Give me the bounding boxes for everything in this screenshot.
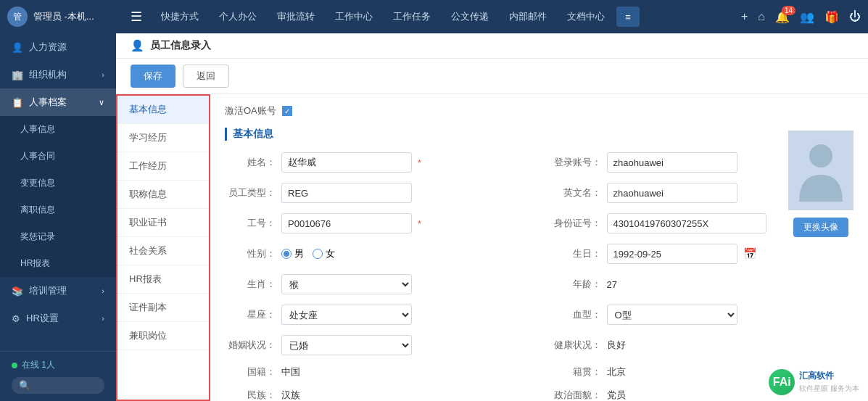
menu-toggle-icon[interactable]: ☰ [123,4,149,30]
emp-type-field[interactable] [281,183,412,203]
search-icon: 🔍 [19,380,30,391]
gift-icon[interactable]: 🎁 [824,10,839,24]
submenu-item-education[interactable]: 学习经历 [117,124,209,152]
political-label: 政治面貌： [550,389,601,401]
back-button[interactable]: 返回 [183,65,229,88]
nav-user-info: 管 管理员 -本机... [7,7,123,27]
name-label: 姓名： [225,156,276,169]
marital-select[interactable]: 已婚 [281,335,412,355]
nav-item-approval[interactable]: 审批流转 [268,6,323,28]
sidebar-item-hr-report[interactable]: HR报表 [0,250,116,277]
nav-item-worktask[interactable]: 工作任务 [384,6,439,28]
sidebar-search[interactable]: 🔍 [12,377,104,394]
nav-more-button[interactable]: ≡ [616,7,640,27]
nav-item-docflow[interactable]: 公文传递 [442,6,497,28]
blood-select[interactable]: O型 [607,305,737,325]
id-card-label: 身份证号： [550,217,601,230]
online-dot-icon [12,363,17,368]
sidebar-item-resign[interactable]: 离职信息 [0,197,116,223]
zodiac-select[interactable]: 猴 [281,274,412,294]
nav-right-icons: + ⌂ 🔔 14 👥 🎁 ⏻ [741,10,861,24]
submenu-item-work-exp[interactable]: 工作经历 [117,152,209,181]
emp-no-required: * [418,218,421,229]
nav-item-personal[interactable]: 个人办公 [210,6,265,28]
online-status: 在线 1人 [12,359,104,371]
calendar-icon[interactable]: 📅 [743,247,757,260]
gender-female-option[interactable]: 女 [313,247,335,260]
sidebar-item-personnel[interactable]: 📋 人事档案 ∨ [0,88,116,116]
submenu-item-hr-report[interactable]: HR报表 [117,265,209,294]
marital-label: 婚姻状况： [225,339,276,352]
login-field[interactable] [607,152,737,173]
en-name-field[interactable] [607,183,737,203]
sidebar-item-contract[interactable]: 人事合同 [0,143,116,170]
nav-item-workcenter[interactable]: 工作中心 [326,6,381,28]
ethnicity-label: 民族： [225,389,276,401]
change-avatar-button[interactable]: 更换头像 [793,218,848,237]
gender-label: 性别： [225,247,276,260]
svg-point-0 [809,144,832,168]
submenu-item-id-copy[interactable]: 证件副本 [117,294,209,322]
sidebar-item-training[interactable]: 📚 培训管理 › [0,277,116,305]
sidebar-item-personnel-info[interactable]: 人事信息 [0,116,116,143]
star-row: 星座： 处女座 [225,305,529,325]
avatar-silhouette [795,140,846,202]
avatar-section: 更换头像 [788,131,853,237]
save-button[interactable]: 保存 [131,65,175,88]
submenu-item-part-time[interactable]: 兼职岗位 [117,322,209,350]
sidebar-sub-menu: 人事信息 人事合同 变更信息 离职信息 奖惩记录 HR报表 [0,116,116,277]
activate-row: 激活OA账号 ✓ [225,104,853,117]
home-icon[interactable]: ⌂ [758,10,765,23]
nav-item-docs[interactable]: 文档中心 [558,6,613,28]
gender-male-radio[interactable] [281,249,292,259]
form-content: 激活OA账号 ✓ 基本信息 姓名： * 登录账号： [210,94,868,401]
birthday-field[interactable] [607,244,737,264]
blood-label: 血型： [550,308,601,321]
nation-value: 中国 [281,365,529,379]
en-name-label: 英文名： [550,186,601,199]
sidebar-item-rewards[interactable]: 奖惩记录 [0,223,116,250]
birthday-row: 生日： 📅 [550,244,854,264]
sidebar-item-changes[interactable]: 变更信息 [0,170,116,197]
add-icon[interactable]: + [741,10,748,23]
gender-female-radio[interactable] [313,249,323,259]
content-area: 👤 员工信息录入 保存 返回 基本信息 学习经历 工作经历 职称信息 职业证书 … [116,33,868,401]
search-input[interactable] [35,381,107,391]
logo-area: FAi 汇高软件 软件星眼 服务为本 [769,369,859,395]
blood-row: 血型： O型 [550,305,854,325]
user-name: 管理员 -本机... [33,10,94,23]
users-icon[interactable]: 👥 [800,10,814,24]
id-card-field[interactable] [607,213,766,233]
submenu-item-basic[interactable]: 基本信息 [117,96,209,124]
sidebar-item-org[interactable]: 🏢 组织机构 › [0,61,116,88]
activate-checkbox[interactable]: ✓ [282,106,292,116]
avatar-box [788,131,853,210]
sidebar-item-hr-settings[interactable]: ⚙ HR设置 › [0,305,116,332]
logo-icon: FAi [769,369,795,395]
chevron-right-icon-2: › [102,286,104,295]
age-label: 年龄： [550,278,601,291]
sidebar-bottom: 在线 1人 🔍 [0,351,116,401]
zodiac-row: 生肖： 猴 [225,274,529,294]
nation-row: 国籍： 中国 [225,365,529,379]
page-header: 👤 员工信息录入 [116,33,868,59]
submenu-item-social[interactable]: 社会关系 [117,237,209,265]
gender-male-option[interactable]: 男 [281,247,304,260]
power-icon[interactable]: ⏻ [849,10,861,23]
settings-icon: ⚙ [12,313,20,324]
submenu-item-title[interactable]: 职称信息 [117,181,209,209]
name-field[interactable] [281,152,412,173]
chevron-right-icon-3: › [102,314,104,323]
gender-radio-group: 男 女 [281,247,529,260]
nav-item-shortcuts[interactable]: 快捷方式 [152,6,207,28]
notification-icon[interactable]: 🔔 14 [775,10,790,24]
emp-type-label: 员工类型： [225,186,276,199]
star-select[interactable]: 处女座 [281,305,412,325]
health-row: 健康状况： 良好 [550,335,854,355]
login-label: 登录账号： [550,156,601,169]
nav-item-mail[interactable]: 内部邮件 [500,6,555,28]
emp-no-field[interactable] [281,213,412,233]
activate-label: 激活OA账号 [225,104,276,117]
sidebar-item-hr[interactable]: 👤 人力资源 [0,33,116,61]
submenu-item-cert[interactable]: 职业证书 [117,209,209,237]
